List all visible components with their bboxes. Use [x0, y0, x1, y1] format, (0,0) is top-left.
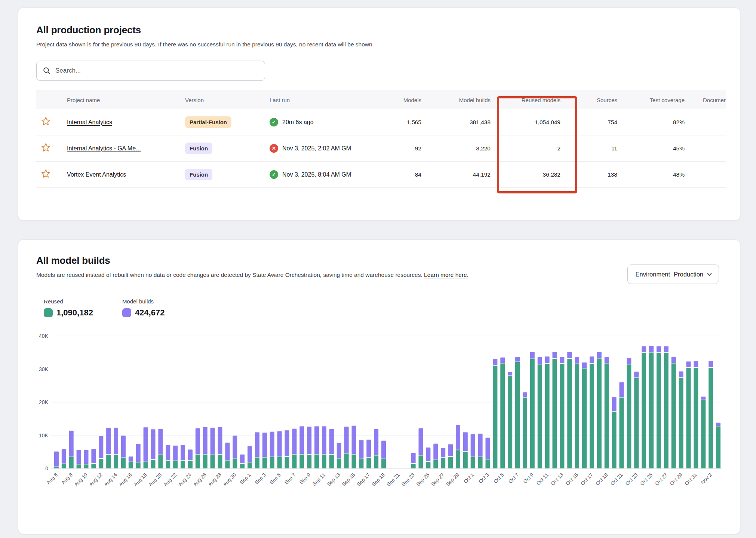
- bar-reused[interactable]: [337, 458, 341, 468]
- bar-model-builds[interactable]: [262, 432, 267, 457]
- bar-model-builds[interactable]: [515, 357, 520, 362]
- bar-reused[interactable]: [203, 455, 208, 468]
- bar-model-builds[interactable]: [240, 455, 245, 463]
- bar-group[interactable]: [381, 441, 386, 468]
- bar-model-builds[interactable]: [99, 436, 103, 458]
- bar-reused[interactable]: [121, 458, 126, 468]
- bar-reused[interactable]: [627, 364, 631, 468]
- bar-reused[interactable]: [575, 364, 579, 468]
- bar-group[interactable]: [240, 455, 245, 468]
- bar-model-builds[interactable]: [344, 427, 349, 453]
- bar-group[interactable]: [448, 444, 453, 468]
- bar-reused[interactable]: [99, 459, 103, 468]
- bar-group[interactable]: [672, 357, 676, 468]
- bar-group[interactable]: [225, 443, 230, 468]
- bar-group[interactable]: [188, 450, 193, 468]
- bar-model-builds[interactable]: [716, 423, 720, 426]
- bar-reused[interactable]: [515, 362, 520, 468]
- bar-reused[interactable]: [84, 464, 89, 468]
- bar-group[interactable]: [329, 429, 334, 468]
- bar-group[interactable]: [471, 434, 475, 468]
- bar-reused[interactable]: [567, 359, 572, 468]
- bar-reused[interactable]: [77, 464, 81, 468]
- bar-reused[interactable]: [545, 364, 550, 468]
- bar-group[interactable]: [218, 427, 222, 468]
- bar-model-builds[interactable]: [54, 452, 59, 467]
- bar-model-builds[interactable]: [352, 426, 356, 454]
- bar-group[interactable]: [582, 363, 587, 468]
- bar-model-builds[interactable]: [158, 429, 163, 455]
- project-name-link[interactable]: Internal Analytics: [67, 119, 112, 125]
- bar-reused[interactable]: [136, 462, 141, 468]
- bar-group[interactable]: [567, 352, 572, 468]
- bar-reused[interactable]: [240, 464, 245, 468]
- bar-group[interactable]: [523, 392, 527, 468]
- bar-reused[interactable]: [620, 398, 624, 468]
- bar-model-builds[interactable]: [478, 434, 483, 456]
- bar-model-builds[interactable]: [597, 352, 602, 358]
- bar-group[interactable]: [679, 372, 683, 468]
- bar-model-builds[interactable]: [545, 357, 550, 363]
- favorite-star-button[interactable]: [41, 169, 51, 179]
- bar-group[interactable]: [99, 436, 103, 468]
- bar-reused[interactable]: [314, 455, 319, 468]
- bar-group[interactable]: [292, 429, 296, 468]
- bar-reused[interactable]: [144, 462, 148, 468]
- bar-group[interactable]: [77, 450, 81, 468]
- bar-reused[interactable]: [523, 398, 527, 468]
- bar-group[interactable]: [166, 445, 170, 468]
- bar-model-builds[interactable]: [366, 440, 371, 457]
- bar-reused[interactable]: [366, 458, 371, 468]
- bar-reused[interactable]: [210, 455, 215, 468]
- bar-reused[interactable]: [419, 455, 423, 468]
- bar-group[interactable]: [560, 357, 564, 468]
- bar-model-builds[interactable]: [694, 361, 698, 367]
- bar-model-builds[interactable]: [173, 446, 178, 461]
- bar-model-builds[interactable]: [307, 427, 311, 454]
- bar-reused[interactable]: [54, 467, 59, 468]
- bar-reused[interactable]: [649, 352, 654, 468]
- bar-reused[interactable]: [262, 458, 267, 468]
- bar-model-builds[interactable]: [314, 427, 319, 454]
- bar-group[interactable]: [285, 430, 289, 468]
- bar-model-builds[interactable]: [627, 358, 631, 364]
- bar-group[interactable]: [419, 428, 423, 468]
- bar-model-builds[interactable]: [233, 435, 237, 458]
- bar-group[interactable]: [344, 427, 349, 468]
- bar-model-builds[interactable]: [114, 428, 118, 454]
- bar-group[interactable]: [426, 447, 430, 468]
- bar-reused[interactable]: [151, 460, 156, 468]
- bar-model-builds[interactable]: [419, 428, 423, 455]
- bar-model-builds[interactable]: [359, 440, 363, 459]
- bar-group[interactable]: [69, 431, 74, 468]
- bar-reused[interactable]: [426, 462, 430, 468]
- bar-model-builds[interactable]: [218, 427, 222, 454]
- bar-reused[interactable]: [471, 457, 475, 468]
- learn-more-link[interactable]: Learn more here.: [424, 272, 468, 278]
- bar-reused[interactable]: [188, 461, 193, 468]
- bar-model-builds[interactable]: [337, 443, 341, 458]
- project-name-link[interactable]: Vortex Event Analytics: [67, 171, 126, 178]
- bar-group[interactable]: [515, 357, 520, 468]
- bar-group[interactable]: [456, 425, 460, 468]
- bar-reused[interactable]: [196, 455, 200, 468]
- bar-group[interactable]: [196, 428, 200, 468]
- bar-reused[interactable]: [129, 462, 133, 468]
- bar-reused[interactable]: [486, 459, 490, 468]
- bar-reused[interactable]: [158, 455, 163, 468]
- bar-model-builds[interactable]: [144, 427, 148, 461]
- bar-group[interactable]: [255, 432, 259, 468]
- bar-model-builds[interactable]: [448, 444, 453, 456]
- bar-model-builds[interactable]: [664, 346, 669, 352]
- bar-reused[interactable]: [716, 427, 720, 468]
- bar-group[interactable]: [478, 434, 483, 468]
- bar-group[interactable]: [657, 346, 661, 468]
- search-input[interactable]: [55, 67, 259, 74]
- bar-model-builds[interactable]: [255, 432, 259, 457]
- bar-group[interactable]: [136, 444, 141, 468]
- bar-reused[interactable]: [285, 457, 289, 468]
- bar-group[interactable]: [597, 352, 602, 468]
- bar-model-builds[interactable]: [136, 444, 141, 462]
- bar-model-builds[interactable]: [560, 357, 564, 363]
- bar-model-builds[interactable]: [508, 372, 512, 375]
